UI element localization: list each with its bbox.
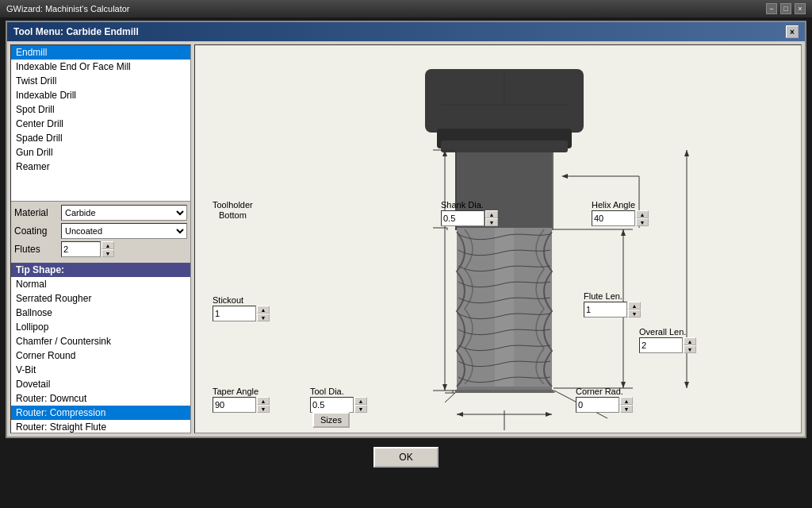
tool-dia-input[interactable]	[310, 397, 354, 413]
flutes-up-button[interactable]: ▲	[102, 241, 114, 249]
corner-rad-input[interactable]	[576, 397, 619, 413]
ok-button[interactable]: OK	[373, 447, 438, 468]
window-title: Tool Menu: Carbide Endmill	[13, 26, 139, 37]
svg-marker-28	[684, 150, 689, 156]
overall-len-down[interactable]: ▼	[684, 345, 696, 353]
flute-len-input[interactable]	[584, 302, 627, 318]
tool-list-item-spot-drill[interactable]: Spot Drill	[11, 102, 190, 117]
stickout-up[interactable]: ▲	[257, 306, 270, 314]
toolholder-label: ToolholderBottom	[213, 200, 253, 221]
app-title: GWizard: Machinist's Calculator	[6, 4, 766, 13]
tip-shape-header: Tip Shape:	[11, 263, 190, 277]
tip-shape-item-dovetail[interactable]: Dovetail	[11, 377, 190, 391]
flutes-down-button[interactable]: ▼	[102, 249, 114, 257]
helix-angle-down[interactable]: ▼	[636, 218, 649, 226]
corner-rad-up[interactable]: ▲	[620, 397, 633, 405]
tool-dia-up[interactable]: ▲	[354, 397, 367, 405]
flute-len-label: Flute Len.	[584, 291, 622, 301]
svg-rect-3	[552, 147, 553, 230]
svg-line-31	[445, 393, 455, 402]
maximize-button[interactable]: □	[780, 3, 791, 14]
svg-rect-4	[441, 140, 568, 152]
shank-dia-down[interactable]: ▼	[485, 218, 498, 226]
tip-shape-item-router-compression[interactable]: Router: Compression	[11, 406, 190, 420]
tool-list-item-indexable-end[interactable]: Indexable End Or Face Mill	[11, 60, 190, 74]
svg-marker-14	[561, 174, 568, 179]
shank-dia-label: Shank Dia.	[441, 200, 484, 210]
left-panel: EndmillIndexable End Or Face MillTwist D…	[10, 44, 191, 433]
tip-shape-item-chamfer[interactable]: Chamfer / Countersink	[11, 334, 190, 348]
bottom-bar: OK	[0, 441, 812, 473]
svg-marker-19	[442, 384, 447, 391]
flutes-input[interactable]	[61, 241, 101, 257]
corner-rad-label: Corner Rad.	[576, 387, 623, 396]
overall-len-input[interactable]	[639, 337, 683, 353]
helix-angle-input[interactable]	[592, 210, 635, 226]
flute-len-down[interactable]: ▼	[628, 310, 641, 318]
coating-select[interactable]: Uncoated TiN TiAlN	[61, 223, 187, 239]
tip-shape-item-v-bit[interactable]: V-Bit	[11, 363, 190, 377]
overall-len-field: Overall Len. ▲ ▼	[639, 327, 696, 353]
flute-section	[457, 228, 552, 387]
taper-angle-field: Taper Angle ▲ ▼	[213, 387, 270, 413]
tool-list-item-endmill[interactable]: Endmill	[11, 45, 190, 60]
window-close-button[interactable]: ×	[786, 25, 799, 38]
material-select[interactable]: Carbide HSS Cobalt	[61, 205, 187, 221]
tool-list-item-spade-drill[interactable]: Spade Drill	[11, 131, 190, 145]
taper-angle-down[interactable]: ▼	[257, 405, 270, 413]
stickout-field: Stickout ▲ ▼	[213, 295, 270, 321]
minimize-button[interactable]: −	[766, 3, 777, 14]
tool-dia-label: Tool Dia.	[310, 387, 344, 396]
shank-dia-up[interactable]: ▲	[485, 210, 498, 218]
tip-shape-item-corner-round[interactable]: Corner Round	[11, 348, 190, 363]
flutes-row: Flutes ▲ ▼	[14, 241, 187, 257]
content-area: EndmillIndexable End Or Face MillTwist D…	[7, 41, 805, 437]
taper-angle-label: Taper Angle	[213, 387, 259, 396]
corner-rad-field: Corner Rad. ▲ ▼	[576, 387, 633, 413]
tool-list-item-indexable-drill[interactable]: Indexable Drill	[11, 88, 190, 102]
tip-shape-item-lollipop[interactable]: Lollipop	[11, 320, 190, 334]
main-window: Tool Menu: Carbide Endmill × EndmillInde…	[6, 21, 806, 438]
tip-shape-item-serrated-rougher[interactable]: Serrated Rougher	[11, 291, 190, 306]
svg-marker-35	[457, 412, 463, 417]
endmill-diagram	[243, 61, 766, 433]
svg-marker-36	[546, 412, 552, 417]
tool-list-item-center-drill[interactable]: Center Drill	[11, 117, 190, 131]
svg-marker-23	[621, 229, 626, 236]
tip-shape-list[interactable]: NormalSerrated RougherBallnoseLollipopCh…	[11, 277, 190, 433]
diagram-area: ToolholderBottom Shank Dia. ▲ ▼ Hel	[195, 45, 801, 433]
tip-shape-item-ballnose[interactable]: Ballnose	[11, 306, 190, 320]
stickout-down[interactable]: ▼	[257, 314, 270, 321]
tip-shape-item-router-downcut[interactable]: Router: Downcut	[11, 391, 190, 406]
sizes-button[interactable]: Sizes	[312, 412, 350, 428]
stickout-input[interactable]	[213, 306, 256, 321]
taper-angle-up[interactable]: ▲	[257, 397, 270, 405]
tool-list[interactable]: EndmillIndexable End Or Face MillTwist D…	[11, 45, 190, 201]
tool-dia-field: Tool Dia. ▲ ▼	[310, 387, 367, 413]
app-title-bar: GWizard: Machinist's Calculator − □ ×	[0, 0, 812, 17]
helix-angle-label: Helix Angle	[592, 200, 635, 210]
coating-label: Coating	[14, 225, 58, 237]
overall-len-label: Overall Len.	[639, 327, 686, 337]
svg-marker-29	[684, 382, 689, 388]
tip-shape-item-router-straight[interactable]: Router: Straight Flute	[11, 420, 190, 433]
taper-angle-input[interactable]	[213, 397, 256, 413]
material-row: Material Carbide HSS Cobalt	[14, 205, 187, 221]
flute-len-up[interactable]: ▲	[628, 302, 641, 310]
material-label: Material	[14, 207, 58, 218]
tool-dia-down[interactable]: ▼	[354, 405, 367, 413]
flutes-label: Flutes	[14, 244, 58, 255]
tool-list-item-twist-drill[interactable]: Twist Drill	[11, 74, 190, 88]
tool-list-item-reamer[interactable]: Reamer	[11, 160, 190, 174]
window-title-bar: Tool Menu: Carbide Endmill ×	[7, 22, 805, 41]
properties-section: Material Carbide HSS Cobalt Coating Unco…	[11, 201, 190, 263]
shank-dia-input[interactable]	[441, 210, 485, 226]
toolholder-label-text: ToolholderBottom	[213, 200, 253, 220]
stickout-label: Stickout	[213, 295, 243, 305]
tool-list-item-gun-drill[interactable]: Gun Drill	[11, 145, 190, 160]
corner-rad-down[interactable]: ▼	[620, 405, 633, 413]
close-app-button[interactable]: ×	[795, 3, 806, 14]
overall-len-up[interactable]: ▲	[684, 337, 696, 345]
tip-shape-item-normal[interactable]: Normal	[11, 277, 190, 291]
helix-angle-up[interactable]: ▲	[636, 210, 649, 218]
